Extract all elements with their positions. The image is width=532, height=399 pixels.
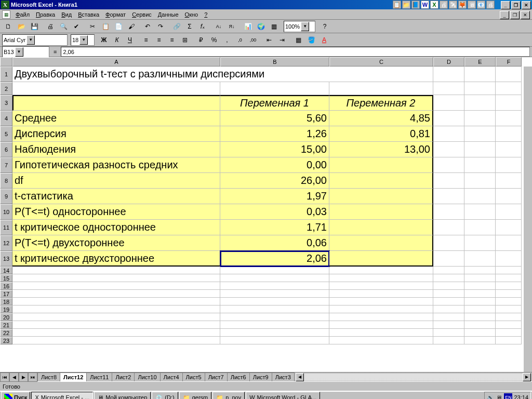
cell-B6[interactable]: 15,00 (220, 142, 329, 157)
tray-icon[interactable]: 🔊 (487, 394, 494, 400)
cell-C3[interactable]: Переменная 2 (329, 95, 433, 111)
cell-A1[interactable]: Двухвыборочный t-тест с различными диспе… (12, 66, 433, 82)
cell-E17[interactable] (464, 290, 496, 298)
cell-E23[interactable] (464, 337, 496, 344)
cell-E8[interactable] (464, 173, 496, 189)
app-shortcut-icon[interactable]: 📋 (393, 1, 401, 9)
paste-button[interactable]: 📄 (112, 20, 125, 33)
cell-C11[interactable] (329, 220, 433, 235)
sort-asc-button[interactable]: А↓ (212, 20, 225, 33)
cell-B19[interactable] (220, 305, 329, 313)
cell-E14[interactable] (464, 267, 496, 274)
cell-E2[interactable] (464, 82, 496, 95)
col-header-E[interactable]: E (464, 57, 496, 66)
cell-A3[interactable] (12, 95, 220, 111)
cell-F8[interactable] (496, 173, 522, 189)
cell-A6[interactable]: Наблюдения (12, 142, 220, 157)
dec-indent-button[interactable]: ⇤ (263, 34, 275, 46)
cell-D12[interactable] (433, 235, 464, 251)
sheet-tab[interactable]: Лист4 (160, 373, 183, 381)
cell-B7[interactable]: 0,00 (220, 157, 329, 173)
bold-button[interactable]: Ж (98, 34, 110, 46)
tab-nav-last[interactable]: ⏭ (28, 373, 37, 382)
taskbar-item[interactable]: 🖥Мой компьютер (94, 392, 151, 399)
start-button[interactable]: Пуск (1, 392, 30, 399)
row-header[interactable]: 21 (0, 321, 12, 329)
cell-E7[interactable] (464, 157, 496, 173)
cell-B11[interactable]: 1,71 (220, 220, 329, 235)
col-header-B[interactable]: B (220, 57, 329, 66)
cell-B4[interactable]: 5,60 (220, 111, 329, 126)
cell-E1[interactable] (464, 66, 496, 82)
map-button[interactable]: 🌍 (255, 20, 267, 33)
copy-button[interactable]: 📋 (99, 20, 112, 33)
inc-dec-button[interactable]: ,0 (234, 34, 246, 46)
cell-B9[interactable]: 1,97 (220, 189, 329, 204)
cell-E13[interactable] (464, 251, 496, 267)
cell-F9[interactable] (496, 189, 522, 204)
tray-icon[interactable]: 🖥 (496, 394, 502, 399)
cell-A19[interactable] (12, 305, 220, 313)
row-header[interactable]: 13 (0, 251, 12, 267)
cell-C20[interactable] (329, 313, 433, 321)
autosum-button[interactable]: Σ (183, 20, 196, 33)
cell-A16[interactable] (12, 282, 220, 290)
spreadsheet-grid[interactable]: ABCDEF 1Двухвыборочный t-тест с различны… (0, 57, 532, 372)
cell-E10[interactable] (464, 204, 496, 220)
taskbar-item[interactable]: 📁gersm (179, 392, 212, 399)
cell-B3[interactable]: Переменная 1 (220, 95, 329, 111)
cell-D15[interactable] (433, 274, 464, 282)
vertical-scrollbar[interactable] (524, 66, 532, 372)
cell-D13[interactable] (433, 251, 464, 267)
taskbar-item[interactable]: WMicrosoft Word - GLA... (246, 392, 320, 399)
app-shortcut-icon[interactable]: 🖥 (468, 1, 476, 9)
tab-nav-next[interactable]: ▶ (19, 373, 28, 382)
cell-C6[interactable]: 13,00 (329, 142, 433, 157)
cell-F17[interactable] (496, 290, 522, 298)
font-combo[interactable]: Arial Cyr▼ (2, 34, 68, 46)
row-header[interactable]: 2 (0, 82, 12, 95)
row-header[interactable]: 7 (0, 157, 12, 173)
cell-D19[interactable] (433, 305, 464, 313)
cell-C9[interactable] (329, 189, 433, 204)
doc-minimize-button[interactable]: _ (500, 11, 509, 19)
sheet-tab[interactable]: Лист6 (227, 373, 250, 381)
save-button[interactable]: 💾 (28, 20, 41, 33)
cell-A11[interactable]: t критическое одностороннее (12, 220, 220, 235)
cell-B15[interactable] (220, 274, 329, 282)
undo-button[interactable]: ↶ (141, 20, 154, 33)
row-header[interactable]: 9 (0, 189, 12, 204)
tab-nav-first[interactable]: ⏮ (0, 373, 9, 382)
row-header[interactable]: 1 (0, 66, 12, 82)
col-header-F[interactable]: F (496, 57, 522, 66)
row-header[interactable]: 20 (0, 313, 12, 321)
comma-button[interactable]: , (221, 34, 233, 46)
cell-C7[interactable] (329, 157, 433, 173)
cell-A2[interactable] (12, 82, 220, 95)
cell-F10[interactable] (496, 204, 522, 220)
cell-C17[interactable] (329, 290, 433, 298)
sheet-tab[interactable]: Лист3 (272, 373, 295, 381)
cell-D6[interactable] (433, 142, 464, 157)
cell-B16[interactable] (220, 282, 329, 290)
sheet-tab[interactable]: Лист11 (86, 373, 112, 381)
row-header[interactable]: 15 (0, 274, 12, 282)
row-header[interactable]: 22 (0, 329, 12, 337)
cell-D9[interactable] (433, 189, 464, 204)
cell-D23[interactable] (433, 337, 464, 344)
fill-color-button[interactable]: 🪣 (305, 34, 317, 46)
format-painter-button[interactable]: 🖌 (125, 20, 138, 33)
cell-F1[interactable] (496, 66, 522, 82)
cell-F5[interactable] (496, 126, 522, 142)
menu-правка[interactable]: Правка (33, 11, 58, 18)
cell-E19[interactable] (464, 305, 496, 313)
taskbar-item[interactable]: XMicrosoft Excel - ... (31, 392, 93, 399)
cell-D20[interactable] (433, 313, 464, 321)
cell-F21[interactable] (496, 321, 522, 329)
sheet-tab[interactable]: Лист7 (205, 373, 228, 381)
cell-C8[interactable] (329, 173, 433, 189)
currency-button[interactable]: ₽ (195, 34, 207, 46)
app-shortcut-icon[interactable]: 📁 (402, 1, 410, 9)
word-icon[interactable]: W (421, 1, 429, 9)
cell-F13[interactable] (496, 251, 522, 267)
